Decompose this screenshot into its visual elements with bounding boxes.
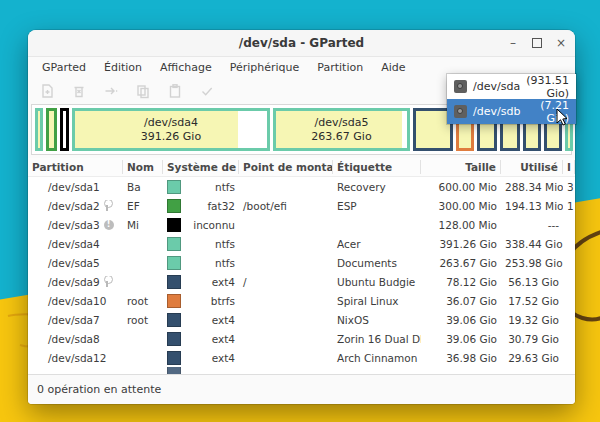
resize-move-button[interactable]: [102, 83, 119, 100]
mounted-key-icon: [104, 276, 113, 284]
used-value: 29.63 Gio: [501, 352, 563, 364]
menu-aide[interactable]: Aide: [373, 59, 413, 76]
device-option-sda[interactable]: /dev/sda(931.51 Gio): [447, 74, 576, 99]
used-value: 19.32 Gio: [501, 314, 563, 326]
window-title: /dev/sda - GParted: [239, 36, 364, 50]
filesystem-swatch: [167, 313, 181, 327]
unused-value-clipped: 1: [563, 200, 575, 212]
partition-name: /dev/sda5: [48, 257, 100, 269]
partition-segment-sda1[interactable]: [35, 108, 43, 151]
table-row-sda3[interactable]: /dev/sda3!Miinconnu128.00 Mio---: [28, 215, 575, 234]
table-row-clipped[interactable]: [28, 367, 575, 374]
partition-label: Zorin 16 Dual DE: [333, 333, 421, 345]
maximize-button[interactable]: [529, 35, 545, 51]
device-option-sdb[interactable]: /dev/sdb(7.21 Gio): [447, 99, 576, 124]
filesystem-swatch: [167, 367, 181, 374]
device-path: /dev/sdb: [473, 105, 520, 118]
column-header[interactable]: Point de montage: [239, 160, 333, 174]
filesystem-swatch: [167, 237, 181, 251]
partition-segment-sda4[interactable]: /dev/sda4391.26 Gio: [72, 108, 270, 151]
device-size: (931.51 Gio): [526, 74, 569, 100]
filesystem-name: btrfs: [185, 295, 235, 307]
unused-value-clipped: 3: [563, 181, 575, 193]
size-value: 300.00 Mio: [421, 200, 501, 212]
partition-label: Recovery: [333, 181, 421, 193]
minimize-button[interactable]: –: [505, 35, 521, 51]
table-row-sda5[interactable]: /dev/sda5ntfsDocuments263.67 Gio253.98 G…: [28, 253, 575, 272]
partition-name: /dev/sda1: [48, 181, 100, 193]
size-value: 36.07 Gio: [421, 295, 501, 307]
partition-name: /dev/sda10: [48, 295, 106, 307]
menu-peripherique[interactable]: Périphérique: [222, 59, 308, 76]
filesystem-name: ext4: [185, 314, 235, 326]
size-value: 263.67 Gio: [421, 257, 501, 269]
partition-name: /dev/sda12: [48, 352, 106, 364]
column-header[interactable]: Nom: [123, 160, 163, 174]
used-value: 56.13 Gio: [501, 276, 563, 288]
new-partition-button[interactable]: [38, 83, 55, 100]
filesystem-name: ntfs: [185, 257, 235, 269]
mount-point: /boot/efi: [239, 200, 333, 212]
table-row-sda2[interactable]: /dev/sda2EFfat32/boot/efiESP300.00 Mio19…: [28, 196, 575, 215]
partition-name: /dev/sda9: [48, 276, 100, 288]
size-value: 600.00 Mio: [421, 181, 501, 193]
used-value: 338.44 Gio: [501, 238, 563, 250]
table-row-sda1[interactable]: /dev/sda1BantfsRecovery600.00 Mio288.34 …: [28, 177, 575, 196]
filesystem-name: ext4: [185, 352, 235, 364]
filesystem-swatch: [167, 180, 181, 194]
partition-segment-sda2[interactable]: [46, 108, 57, 151]
used-value: ---: [501, 219, 563, 231]
titlebar[interactable]: /dev/sda - GParted – ×: [28, 30, 575, 57]
menu-gparted[interactable]: GParted: [34, 59, 94, 76]
filesystem-name: inconnu: [185, 219, 235, 231]
partition-segment-sda3[interactable]: [60, 108, 69, 151]
filesystem-name: ext4: [185, 333, 235, 345]
column-header[interactable]: Système de fichiers: [163, 160, 239, 174]
column-header[interactable]: Partition: [28, 160, 123, 174]
desktop: /dev/sda - GParted – × GPartedÉditionAff…: [0, 0, 600, 422]
used-value: 194.13 Mio: [501, 200, 563, 212]
hard-drive-icon: [454, 80, 467, 93]
copy-button[interactable]: [134, 83, 151, 100]
table-row-sda12[interactable]: /dev/sda12ext4Arch Cinnamon36.98 Gio29.6…: [28, 348, 575, 367]
partition-table: PartitionNomSystème de fichiersPoint de …: [28, 158, 575, 374]
menu-edition[interactable]: Édition: [96, 59, 150, 76]
table-row-sda8[interactable]: /dev/sda8ext4Zorin 16 Dual DE39.06 Gio30…: [28, 329, 575, 348]
table-row-sda7[interactable]: /dev/sda7rootext4NixOS39.06 Gio19.32 Gio: [28, 310, 575, 329]
size-value: 78.12 Gio: [421, 276, 501, 288]
partition-label: Acer: [333, 238, 421, 250]
close-button[interactable]: ×: [553, 35, 569, 51]
partition-segment-sda5[interactable]: /dev/sda5263.67 Gio: [273, 108, 410, 151]
menu-partition[interactable]: Partition: [309, 59, 371, 76]
free-space: [402, 111, 407, 148]
hard-drive-icon: [454, 105, 467, 118]
paste-button[interactable]: [166, 83, 183, 100]
partition-name: /dev/sda7: [48, 314, 100, 326]
device-size: (7.21 Gio): [526, 99, 569, 125]
delete-partition-button[interactable]: [70, 83, 87, 100]
filesystem-swatch: [167, 294, 181, 308]
partition-label-name: EF: [123, 200, 163, 212]
partition-name: /dev/sda2: [48, 200, 100, 212]
column-header[interactable]: Utilisé: [501, 160, 563, 174]
gparted-window: /dev/sda - GParted – × GPartedÉditionAff…: [28, 30, 575, 404]
table-row-sda4[interactable]: /dev/sda4ntfsAcer391.26 Gio338.44 Gio: [28, 234, 575, 253]
table-body: /dev/sda1BantfsRecovery600.00 Mio288.34 …: [28, 177, 575, 367]
column-header[interactable]: I: [563, 160, 575, 174]
apply-operations-button[interactable]: [198, 83, 215, 100]
table-row-sda10[interactable]: /dev/sda10rootbtrfsSpiral Linux36.07 Gio…: [28, 291, 575, 310]
filesystem-swatch: [167, 332, 181, 346]
table-row-sda9[interactable]: /dev/sda9ext4/Ubuntu Budgie78.12 Gio56.1…: [28, 272, 575, 291]
column-header[interactable]: Taille: [421, 160, 501, 174]
column-header[interactable]: Étiquette: [333, 160, 421, 174]
pending-operations-text: 0 opération en attente: [28, 383, 161, 396]
menu-affichage[interactable]: Affichage: [152, 59, 220, 76]
filesystem-swatch: [167, 199, 181, 213]
filesystem-name: ext4: [185, 276, 235, 288]
partition-label-name: Ba: [123, 181, 163, 193]
partition-label: Ubuntu Budgie: [333, 276, 421, 288]
partition-label: ESP: [333, 200, 421, 212]
size-value: 36.98 Gio: [421, 352, 501, 364]
table-header: PartitionNomSystème de fichiersPoint de …: [28, 158, 575, 177]
partition-label-name: Mi: [123, 219, 163, 231]
